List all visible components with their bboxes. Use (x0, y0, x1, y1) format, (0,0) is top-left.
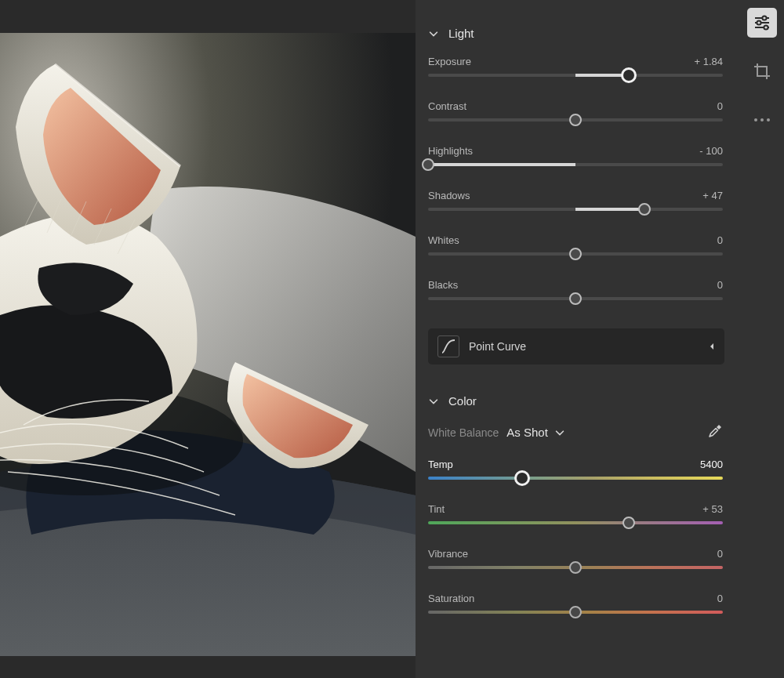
slider-shadows-label: Shadows (428, 190, 470, 201)
edit-sliders-button[interactable] (747, 8, 777, 38)
slider-saturation-track[interactable] (428, 611, 723, 614)
slider-whites-track[interactable] (428, 252, 723, 256)
slider-vibrance-value: 0 (717, 548, 723, 560)
slider-tint-label: Tint (428, 503, 445, 515)
white-balance-row: White Balance As Shot (428, 423, 723, 459)
slider-exposure-value: + 1.84 (694, 56, 723, 67)
section-color-header[interactable]: Color (428, 385, 723, 423)
slider-highlights-fill (428, 163, 575, 166)
slider-highlights: Highlights - 100 (428, 145, 723, 190)
slider-exposure-label: Exposure (428, 56, 471, 67)
slider-contrast-value: 0 (717, 100, 723, 112)
slider-shadows-value: + 47 (702, 190, 723, 201)
chevron-down-icon (428, 28, 444, 39)
slider-saturation-label: Saturation (428, 593, 474, 604)
slider-highlights-handle[interactable] (422, 158, 434, 171)
svg-point-8 (754, 118, 757, 121)
svg-point-7 (764, 25, 768, 29)
slider-whites: Whites 0 (428, 234, 723, 279)
slider-exposure-track[interactable] (428, 74, 723, 77)
eyedropper-icon[interactable] (707, 423, 723, 441)
slider-contrast-track[interactable] (428, 118, 723, 121)
slider-temp-value: 5400 (700, 459, 723, 470)
slider-saturation-handle[interactable] (569, 606, 582, 618)
slider-exposure: Exposure + 1.84 (428, 56, 723, 100)
slider-blacks-track[interactable] (428, 297, 723, 300)
slider-saturation: Saturation 0 (428, 593, 723, 622)
point-curve-label: Point Curve (469, 340, 526, 353)
slider-tint-handle[interactable] (622, 517, 635, 529)
slider-saturation-value: 0 (717, 593, 723, 604)
slider-tint: Tint + 53 (428, 503, 723, 548)
slider-vibrance-handle[interactable] (569, 561, 582, 574)
section-light-title: Light (448, 27, 474, 40)
slider-vibrance: Vibrance 0 (428, 548, 723, 593)
slider-contrast-label: Contrast (428, 100, 466, 112)
slider-blacks: Blacks 0 (428, 279, 723, 324)
slider-shadows-handle[interactable] (638, 203, 651, 216)
image-preview-area (0, 0, 416, 678)
tool-strip (740, 0, 784, 678)
slider-vibrance-label: Vibrance (428, 548, 468, 560)
slider-blacks-value: 0 (717, 279, 723, 291)
slider-vibrance-track[interactable] (428, 566, 723, 569)
slider-contrast-handle[interactable] (569, 114, 582, 126)
slider-shadows-track[interactable] (428, 208, 723, 211)
slider-shadows-fill (575, 208, 644, 211)
svg-point-5 (757, 20, 760, 24)
slider-highlights-label: Highlights (428, 145, 473, 157)
slider-blacks-label: Blacks (428, 279, 458, 291)
section-light: Light Exposure + 1.84 Contrast 0 (416, 17, 740, 324)
slider-whites-handle[interactable] (569, 248, 582, 260)
svg-point-3 (762, 16, 766, 20)
section-color-title: Color (448, 394, 477, 408)
svg-point-9 (760, 118, 764, 121)
slider-shadows: Shadows + 47 (428, 190, 723, 234)
slider-whites-value: 0 (717, 234, 723, 246)
slider-tint-track[interactable] (428, 521, 723, 524)
slider-blacks-handle[interactable] (569, 292, 582, 305)
slider-temp-label: Temp (428, 459, 453, 470)
curve-icon (437, 335, 459, 357)
slider-highlights-track[interactable] (428, 163, 723, 166)
slider-tint-value: + 53 (702, 503, 723, 515)
crop-button[interactable] (747, 56, 777, 86)
photo-preview[interactable] (0, 33, 416, 656)
slider-exposure-handle[interactable] (621, 67, 637, 83)
section-light-header[interactable]: Light (428, 17, 723, 56)
section-color: Color White Balance As Shot Temp 5400 (416, 385, 740, 622)
more-button[interactable] (747, 105, 777, 135)
slider-temp-handle[interactable] (514, 470, 530, 486)
chevron-down-icon (428, 396, 444, 407)
point-curve-button[interactable]: Point Curve (428, 328, 724, 364)
slider-temp: Temp 5400 (428, 459, 723, 503)
white-balance-select[interactable]: As Shot (506, 426, 565, 439)
white-balance-label: White Balance (428, 426, 499, 439)
slider-contrast: Contrast 0 (428, 100, 723, 145)
triangle-left-icon (709, 340, 715, 353)
edit-panel: Light Exposure + 1.84 Contrast 0 (416, 0, 740, 678)
white-balance-selected: As Shot (506, 426, 548, 439)
svg-point-10 (767, 118, 770, 121)
slider-whites-label: Whites (428, 234, 459, 246)
slider-temp-track[interactable] (428, 477, 723, 480)
slider-highlights-value: - 100 (699, 145, 723, 157)
